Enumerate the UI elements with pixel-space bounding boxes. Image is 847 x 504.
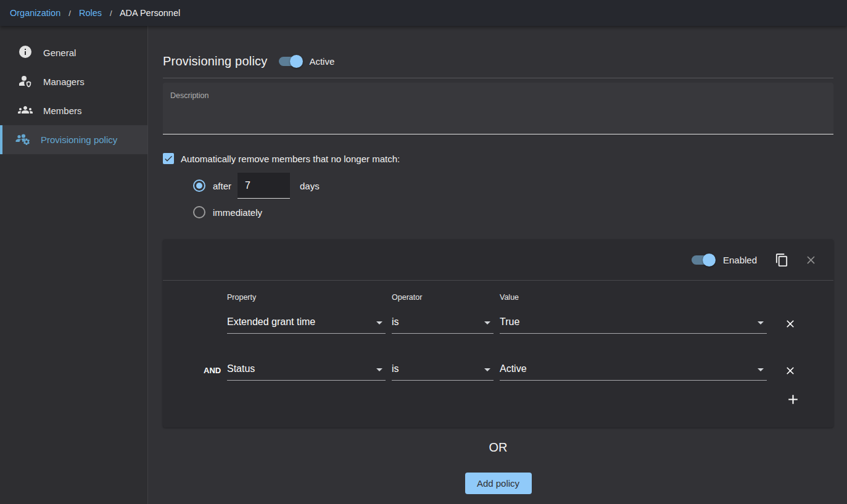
operator-select-value: is <box>392 363 399 380</box>
remove-policy-button[interactable] <box>804 254 817 266</box>
immediately-radio-label: immediately <box>213 207 262 218</box>
operator-select[interactable]: is <box>392 358 494 381</box>
property-select[interactable]: Status <box>227 358 386 381</box>
immediately-radio[interactable] <box>193 206 205 218</box>
sidebar: General Managers Members <box>0 26 148 504</box>
close-icon <box>784 365 796 377</box>
sidebar-item-label: Managers <box>43 76 85 87</box>
provisioning-policy-icon <box>15 131 30 148</box>
breadcrumb-separator: / <box>68 9 71 18</box>
active-toggle-label: Active <box>309 56 334 67</box>
enabled-toggle[interactable] <box>692 255 714 265</box>
duplicate-policy-button[interactable] <box>775 253 789 267</box>
value-column-label: Value <box>500 293 767 302</box>
sidebar-item-label: Provisioning policy <box>41 134 117 145</box>
operator-select[interactable]: is <box>392 312 494 334</box>
close-icon <box>804 254 817 266</box>
sidebar-item-managers[interactable]: Managers <box>0 67 147 96</box>
members-group-icon <box>18 102 33 119</box>
auto-remove-label: Automatically remove members that no lon… <box>181 154 400 164</box>
chevron-down-icon <box>484 321 490 324</box>
conjunction-label <box>204 328 227 334</box>
sidebar-item-label: Members <box>43 105 82 116</box>
property-select[interactable]: Extended grant time <box>227 312 386 334</box>
sidebar-item-provisioning-policy[interactable]: Provisioning policy <box>0 125 147 154</box>
page-title: Provisioning policy <box>163 54 267 68</box>
operator-select-value: is <box>392 316 399 333</box>
chevron-down-icon <box>758 368 764 371</box>
toggle-thumb <box>703 254 716 266</box>
remove-condition-button[interactable] <box>784 365 796 377</box>
condition-row: Extended grant time is True <box>204 312 833 334</box>
info-icon <box>18 44 33 61</box>
chevron-down-icon <box>758 321 764 324</box>
remove-condition-button[interactable] <box>784 318 796 330</box>
checkmark-icon <box>163 154 173 163</box>
after-radio-label: after <box>213 181 231 191</box>
value-select[interactable]: True <box>500 312 767 334</box>
copy-icon <box>775 253 789 267</box>
conditions-section: Property Operator Value Extended grant t… <box>163 281 833 407</box>
breadcrumb-roles[interactable]: Roles <box>79 8 102 18</box>
property-column-label: Property <box>227 293 386 302</box>
condition-row: AND Status is Active <box>204 358 833 381</box>
value-select-value: Active <box>500 363 527 380</box>
property-select-value: Extended grant time <box>227 316 315 333</box>
enabled-toggle-label: Enabled <box>723 255 757 265</box>
chevron-down-icon <box>376 321 382 324</box>
days-suffix-label: days <box>300 181 320 191</box>
property-select-value: Status <box>227 363 255 380</box>
operator-column-label: Operator <box>392 293 494 302</box>
value-select-value: True <box>500 316 519 333</box>
breadcrumb-separator: / <box>110 9 112 18</box>
breadcrumb-current-role: ADA Personnel <box>120 8 180 18</box>
add-policy-button[interactable]: Add policy <box>465 473 532 494</box>
policy-card: Enabled Property Operator Value <box>163 239 833 428</box>
auto-remove-checkbox[interactable] <box>163 153 174 164</box>
or-label: OR <box>163 440 833 455</box>
chevron-down-icon <box>376 368 382 371</box>
days-input[interactable] <box>238 173 290 199</box>
manager-shield-icon <box>18 73 33 90</box>
sidebar-item-members[interactable]: Members <box>0 96 147 125</box>
conjunction-label: AND <box>204 366 227 381</box>
breadcrumb-organization[interactable]: Organization <box>10 8 60 18</box>
add-condition-button[interactable] <box>785 392 801 407</box>
header-divider <box>163 78 833 78</box>
active-toggle[interactable] <box>279 57 301 66</box>
plus-icon <box>785 392 801 407</box>
sidebar-item-label: General <box>43 48 76 58</box>
policy-card-header: Enabled <box>163 239 833 281</box>
value-select[interactable]: Active <box>500 358 767 381</box>
sidebar-item-general[interactable]: General <box>0 38 147 67</box>
description-label: Description <box>170 91 826 100</box>
description-field[interactable]: Description <box>163 83 833 134</box>
chevron-down-icon <box>484 368 490 371</box>
main-content: Provisioning policy Active Description A… <box>148 26 847 504</box>
toggle-thumb <box>290 55 303 68</box>
breadcrumb: Organization / Roles / ADA Personnel <box>10 8 180 18</box>
after-radio[interactable] <box>193 180 205 192</box>
breadcrumb-bar: Organization / Roles / ADA Personnel <box>0 0 847 26</box>
close-icon <box>784 318 796 330</box>
